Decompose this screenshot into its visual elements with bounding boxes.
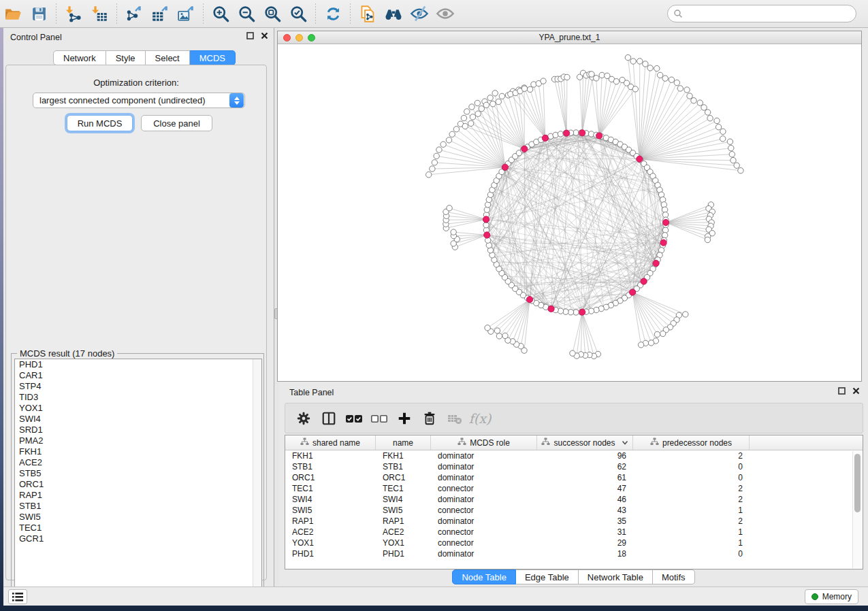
mcds-result-item[interactable]: TEC1: [15, 523, 261, 533]
import-table-icon[interactable]: [88, 2, 111, 25]
table-row[interactable]: PHD1PHD1dominator180: [285, 548, 853, 559]
column-header-MCDS-role[interactable]: MCDS role: [431, 435, 537, 450]
import-network-icon[interactable]: [62, 2, 85, 25]
close-panel-button[interactable]: Close panel: [141, 115, 212, 131]
window-zoom-icon[interactable]: [308, 34, 315, 42]
table-cell[interactable]: 0: [633, 461, 750, 472]
search-field[interactable]: [667, 5, 856, 22]
export-table-icon[interactable]: [148, 2, 172, 25]
table-cell[interactable]: STB1: [285, 461, 376, 472]
table-cell[interactable]: ACE2: [376, 527, 431, 538]
table-row[interactable]: SWI4SWI4dominator462: [285, 494, 853, 505]
mcds-result-item[interactable]: STP4: [15, 381, 261, 392]
table-cell[interactable]: ORC1: [285, 472, 376, 483]
mcds-result-item[interactable]: ORC1: [15, 479, 261, 490]
mcds-result-item[interactable]: PHD1: [15, 359, 261, 370]
float-panel-icon[interactable]: [246, 32, 254, 39]
table-row[interactable]: RAP1RAP1dominator352: [285, 516, 853, 527]
table-cell[interactable]: 1: [633, 527, 750, 538]
table-cell[interactable]: dominator: [431, 548, 537, 559]
table-cell[interactable]: 46: [537, 494, 633, 505]
table-cell[interactable]: dominator: [431, 472, 537, 483]
export-network-icon[interactable]: [123, 2, 146, 25]
zoom-out-icon[interactable]: [235, 2, 258, 25]
table-cell[interactable]: dominator: [431, 450, 537, 461]
table-cell[interactable]: 2: [633, 483, 750, 494]
mcds-list-scrollbar[interactable]: [253, 359, 261, 601]
mcds-result-item[interactable]: SWI5: [15, 512, 261, 523]
table-cell[interactable]: 0: [633, 548, 750, 559]
column-header-name[interactable]: name: [376, 435, 431, 450]
tab-network-table[interactable]: Network Table: [579, 569, 653, 584]
table-cell[interactable]: SWI4: [285, 494, 376, 505]
zoom-in-icon[interactable]: [209, 2, 232, 25]
mcds-result-item[interactable]: STB5: [15, 468, 261, 479]
table-cell[interactable]: 2: [633, 516, 750, 527]
zoom-selected-icon[interactable]: [287, 2, 310, 25]
deselect-all-icon[interactable]: [369, 408, 389, 429]
tab-style[interactable]: Style: [106, 50, 146, 65]
tab-network[interactable]: Network: [53, 50, 106, 65]
table-cell[interactable]: connector: [431, 538, 537, 548]
table-cell[interactable]: 18: [537, 548, 633, 559]
table-cell[interactable]: FKH1: [285, 450, 376, 461]
table-cell[interactable]: ACE2: [285, 527, 376, 538]
table-cell[interactable]: SWI4: [376, 494, 431, 505]
table-cell[interactable]: 43: [537, 505, 633, 516]
table-cell[interactable]: 47: [537, 483, 633, 494]
table-row[interactable]: ACE2ACE2connector311: [285, 527, 853, 538]
table-cell[interactable]: ORC1: [376, 472, 431, 483]
table-cell[interactable]: dominator: [431, 461, 537, 472]
table-cell[interactable]: 29: [537, 538, 633, 548]
table-cell[interactable]: connector: [431, 505, 537, 516]
close-panel-icon[interactable]: [261, 32, 268, 39]
table-cell[interactable]: TEC1: [376, 483, 431, 494]
table-cell[interactable]: SWI5: [285, 505, 376, 516]
mcds-result-item[interactable]: GCR1: [15, 533, 261, 544]
mcds-result-item[interactable]: ACE2: [15, 457, 261, 468]
refresh-view-icon[interactable]: [321, 2, 344, 25]
close-table-panel-icon[interactable]: [852, 387, 860, 395]
table-row[interactable]: YOX1YOX1connector291: [285, 538, 853, 548]
table-row[interactable]: ORC1ORC1dominator610: [285, 472, 853, 483]
table-scrollbar[interactable]: [852, 451, 862, 568]
tab-select[interactable]: Select: [146, 50, 190, 65]
table-cell[interactable]: 96: [537, 450, 633, 461]
zoom-fit-icon[interactable]: [261, 2, 284, 25]
tab-node-table[interactable]: Node Table: [452, 569, 516, 584]
network-canvas[interactable]: [278, 44, 861, 381]
add-column-icon[interactable]: [394, 408, 415, 429]
table-cell[interactable]: RAP1: [376, 516, 431, 527]
network-window-titlebar[interactable]: YPA_prune.txt_1: [278, 31, 861, 44]
table-cell[interactable]: dominator: [431, 494, 537, 505]
log-console-button[interactable]: [8, 589, 27, 604]
run-mcds-button[interactable]: Run MCDS: [67, 115, 133, 131]
column-header-successor-nodes[interactable]: successor nodes: [537, 435, 633, 450]
mcds-result-item[interactable]: YOX1: [15, 403, 261, 414]
export-image-icon[interactable]: [174, 2, 197, 25]
mcds-result-item[interactable]: PMA2: [15, 435, 261, 446]
table-settings-icon[interactable]: [293, 408, 314, 429]
search-input[interactable]: [683, 9, 856, 18]
show-all-icon[interactable]: [434, 2, 457, 25]
table-cell[interactable]: 61: [537, 472, 633, 483]
table-cell[interactable]: 35: [537, 516, 633, 527]
select-all-icon[interactable]: [344, 408, 364, 429]
mcds-result-list[interactable]: PHD1CAR1STP4TID3YOX1SWI4SRD1PMA2FKH1ACE2…: [14, 359, 262, 602]
hide-selected-icon[interactable]: [408, 2, 431, 25]
table-row[interactable]: SWI5SWI5connector431: [285, 505, 853, 516]
table-cell[interactable]: dominator: [431, 516, 537, 527]
window-minimize-icon[interactable]: [295, 34, 303, 42]
column-header-shared-name[interactable]: shared name: [285, 435, 376, 450]
table-scrollbar-thumb[interactable]: [854, 454, 861, 512]
table-cell[interactable]: 0: [633, 472, 750, 483]
column-header-predecessor-nodes[interactable]: predecessor nodes: [633, 435, 750, 450]
table-cell[interactable]: YOX1: [376, 538, 431, 548]
delete-column-icon[interactable]: [419, 408, 440, 429]
table-cell[interactable]: FKH1: [376, 450, 431, 461]
table-cell[interactable]: TEC1: [285, 483, 376, 494]
table-cell[interactable]: 2: [633, 450, 750, 461]
table-cell[interactable]: SWI5: [376, 505, 431, 516]
table-cell[interactable]: PHD1: [285, 548, 376, 559]
table-cell[interactable]: 31: [537, 527, 633, 538]
